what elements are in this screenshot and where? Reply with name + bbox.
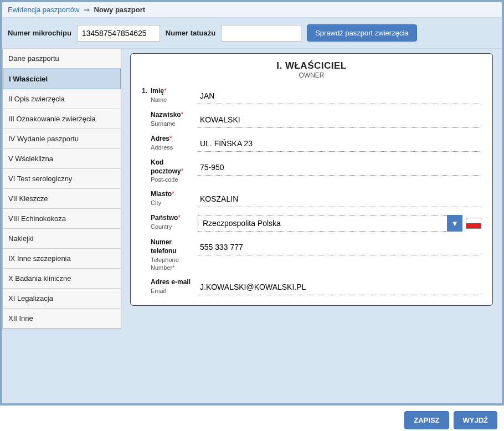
label-email: Adres e-mail [151,278,191,286]
input-email[interactable] [198,279,481,295]
chevron-down-icon: ▼ [451,219,458,228]
sublabel-imie: Name [151,96,198,104]
sidebar: Dane paszportu I Właściciel II Opis zwie… [2,49,121,329]
footer: ZAPISZ WYJDŹ [0,406,504,431]
sidebar-item-wlasciciel[interactable]: I Właściciel [3,69,121,89]
tattoo-input[interactable] [221,25,301,42]
input-panstwo[interactable] [198,215,447,232]
sidebar-item-test-serologiczny[interactable]: VI Test serologiczny [3,169,121,189]
sidebar-item-wydanie-paszportu[interactable]: IV Wydanie paszportu [3,129,121,149]
input-kod[interactable] [198,160,481,176]
sublabel-adres: Address [151,143,198,151]
label-nazwisko: Nazwisko [151,111,181,119]
microchip-label: Numer mikrochipu [8,29,71,37]
breadcrumb-arrow: ⇒ [84,6,90,14]
sublabel-email: Email [151,287,198,295]
sidebar-item-naklejki[interactable]: Naklejki [3,229,121,249]
breadcrumb: Ewidencja paszportów ⇒ Nowy paszport [2,2,502,18]
sidebar-item-oznakowanie[interactable]: III Oznakowanie zwierzęcia [3,109,121,129]
row-number: 1. [142,84,151,95]
input-miasto[interactable] [198,191,481,207]
label-panstwo: Państwo [151,214,178,222]
tattoo-label: Numer tatuażu [166,29,215,37]
search-bar: Numer mikrochipu Numer tatuażu Sprawdź p… [2,18,502,49]
sidebar-item-opis-zwierzecia[interactable]: II Opis zwierzęcia [3,89,121,109]
input-telefon[interactable] [198,239,481,255]
exit-button[interactable]: WYJDŹ [454,411,498,429]
sidebar-item-inne-szczepienia[interactable]: IX Inne szczepienia [3,249,121,269]
input-adres[interactable] [198,136,481,152]
flag-icon [466,218,481,229]
label-adres: Adres [151,135,169,142]
label-telefon: Numer telefonu [151,238,177,255]
breadcrumb-current: Nowy paszport [94,6,145,14]
sublabel-telefon: Telephone Number* [151,256,198,272]
input-imie[interactable] [198,88,481,104]
input-nazwisko[interactable] [198,112,481,128]
sidebar-item-kleszcze[interactable]: VII Kleszcze [3,189,121,209]
panel-title: I. WŁAŚCICIEL [142,60,481,71]
microchip-input[interactable] [77,25,160,42]
sidebar-item-legalizacja[interactable]: XI Legalizacja [3,289,121,309]
sublabel-miasto: City [151,199,198,207]
sidebar-item-dane-paszportu[interactable]: Dane paszportu [3,49,121,69]
label-miasto: Miasto [151,190,172,198]
sublabel-panstwo: Country [151,223,198,230]
owner-panel: I. WŁAŚCICIEL OWNER 1. Imię* Name [130,53,493,306]
sidebar-item-badania-kliniczne[interactable]: X Badania kliniczne [3,269,121,289]
sidebar-item-echinokokoza[interactable]: VIII Echinokokoza [3,209,121,229]
panel-subtitle: OWNER [142,71,481,79]
sidebar-item-inne[interactable]: XII Inne [3,309,121,329]
label-kod: Kod pocztowy [151,158,181,175]
save-button[interactable]: ZAPISZ [404,411,449,429]
label-imie: Imię [151,87,164,95]
sublabel-kod: Post-code [151,176,198,183]
country-dropdown-button[interactable]: ▼ [447,215,462,232]
breadcrumb-root-link[interactable]: Ewidencja paszportów [8,6,79,14]
sublabel-nazwisko: Surname [151,120,198,127]
sidebar-item-wscieklizna[interactable]: V Wścieklizna [3,149,121,169]
check-passport-button[interactable]: Sprawdź paszport zwierzęcia [307,24,416,42]
